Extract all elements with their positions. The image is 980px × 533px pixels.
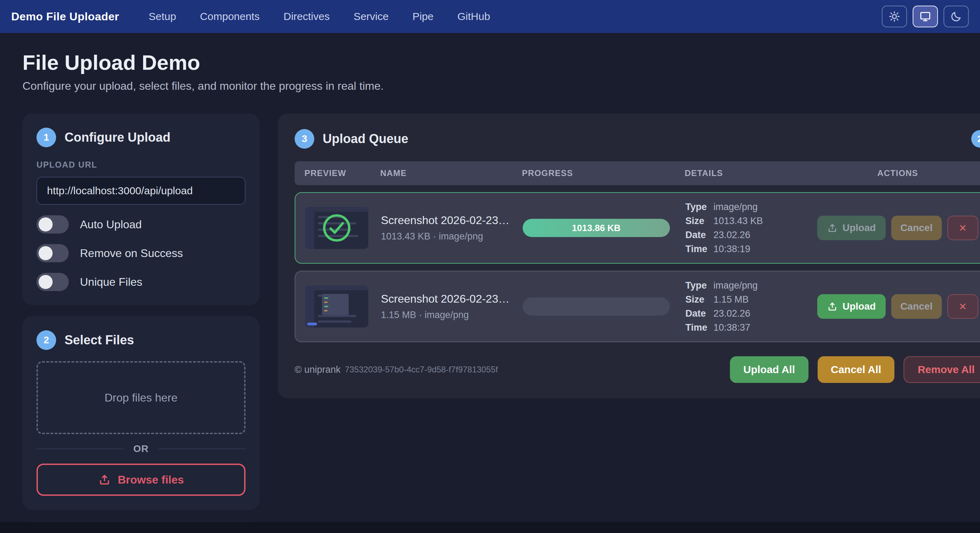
step-1-badge: 1 xyxy=(37,128,56,147)
detail-value-time: 10:38:19 xyxy=(713,242,750,256)
detail-key: Time xyxy=(686,320,713,334)
detail-value-date: 23.02.26 xyxy=(713,228,750,242)
file-name: Screenshot 2026-02-23 at 1… xyxy=(381,214,511,227)
left-column: 1 Configure Upload Upload URL Auto Uploa… xyxy=(22,114,259,522)
remove-on-success-toggle[interactable] xyxy=(37,244,69,262)
browse-files-label: Browse files xyxy=(118,473,184,486)
upload-tray-icon xyxy=(98,473,111,486)
x-icon: ✕ xyxy=(959,301,967,312)
app-brand: Demo File Uploader xyxy=(11,10,119,23)
file-preview-thumbnail xyxy=(305,207,368,249)
bottom-strip xyxy=(0,522,980,533)
auto-upload-toggle[interactable] xyxy=(37,215,69,234)
page-subtitle: Configure your upload, select files, and… xyxy=(22,80,958,92)
detail-key: Date xyxy=(686,228,713,242)
column-header-actions: Actions xyxy=(816,168,979,178)
unique-files-label: Unique Files xyxy=(80,275,142,289)
unique-files-toggle[interactable] xyxy=(37,273,69,291)
file-row: Screenshot 2026-02-23 at 1… 1.15 MB · im… xyxy=(294,271,980,342)
file-row: Screenshot 2026-02-23 at 1… 1013.43 KB ·… xyxy=(294,192,980,264)
file-preview-thumbnail xyxy=(305,285,368,328)
progress-label: 1013.86 KB xyxy=(572,223,621,234)
separator-line xyxy=(159,449,245,449)
copyright-text: © uniprank xyxy=(294,364,340,375)
nav-item-github[interactable]: GitHub xyxy=(457,11,490,22)
configure-upload-title: Configure Upload xyxy=(65,130,170,145)
file-name: Screenshot 2026-02-23 at 1… xyxy=(381,293,511,305)
upload-tray-icon xyxy=(827,223,838,233)
file-dropzone[interactable]: Drop files here xyxy=(37,361,245,434)
upload-all-button[interactable]: Upload All xyxy=(730,356,808,383)
nav-item-directives[interactable]: Directives xyxy=(283,11,330,22)
dropzone-text: Drop files here xyxy=(105,391,178,404)
cancel-all-button[interactable]: Cancel All xyxy=(818,356,895,383)
browse-files-button[interactable]: Browse files xyxy=(37,464,245,496)
row-cancel-button[interactable]: Cancel xyxy=(891,294,942,319)
file-meta: 1013.43 KB · image/png xyxy=(381,231,511,242)
file-details: Typeimage/png Size1013.43 KB Date23.02.2… xyxy=(686,200,817,256)
monitor-icon xyxy=(919,11,931,22)
theme-switcher xyxy=(882,6,969,27)
upload-url-label: Upload URL xyxy=(37,160,245,170)
column-header-progress: Progress xyxy=(522,168,685,178)
detail-key: Type xyxy=(686,200,713,214)
select-files-title: Select Files xyxy=(65,333,134,347)
toggle-knob xyxy=(38,275,52,289)
theme-dark-button[interactable] xyxy=(943,6,969,27)
toggle-knob xyxy=(38,217,52,231)
remove-on-success-label: Remove on Success xyxy=(80,247,183,260)
select-files-card: 2 Select Files Drop files here OR xyxy=(22,316,259,510)
row-remove-button[interactable]: ✕ xyxy=(947,294,978,319)
column-header-preview: Preview xyxy=(304,168,380,178)
progress-bar: 1013.86 KB xyxy=(523,219,670,237)
top-nav-bar: Demo File Uploader Setup Components Dire… xyxy=(0,0,980,33)
theme-light-button[interactable] xyxy=(882,6,907,27)
auto-upload-label: Auto Upload xyxy=(80,218,142,231)
queue-table-header: Preview Name Progress Details Actions xyxy=(294,161,980,185)
step-3-badge: 3 xyxy=(294,129,314,149)
row-cancel-button[interactable]: Cancel xyxy=(891,216,942,240)
nav-item-service[interactable]: Service xyxy=(353,11,389,22)
theme-system-button[interactable] xyxy=(913,6,938,27)
moon-icon xyxy=(950,11,962,22)
file-meta: 1.15 MB · image/png xyxy=(381,310,511,320)
row-upload-label: Upload xyxy=(843,222,876,234)
thumbnail-blue-chip xyxy=(307,323,317,325)
file-details: Typeimage/png Size1.15 MB Date23.02.26 T… xyxy=(686,278,817,334)
detail-value-size: 1013.43 KB xyxy=(713,214,763,228)
row-upload-label: Upload xyxy=(843,301,876,312)
progress-fill: 1013.86 KB xyxy=(523,219,670,237)
detail-value-date: 23.02.26 xyxy=(713,307,750,320)
detail-key: Date xyxy=(686,307,713,320)
configure-upload-card: 1 Configure Upload Upload URL Auto Uploa… xyxy=(22,114,259,305)
x-icon: ✕ xyxy=(959,222,967,234)
separator-line xyxy=(37,449,124,449)
detail-key: Type xyxy=(686,278,713,293)
nav-item-pipe[interactable]: Pipe xyxy=(412,11,434,22)
row-remove-button[interactable]: ✕ xyxy=(947,216,978,240)
row-upload-button[interactable]: Upload xyxy=(817,216,886,240)
upload-queue-title: Upload Queue xyxy=(323,132,408,146)
upload-tray-icon xyxy=(827,301,838,312)
column-header-details: Details xyxy=(685,168,816,178)
step-2-badge: 2 xyxy=(37,330,56,350)
detail-value-size: 1.15 MB xyxy=(713,293,749,307)
session-uuid: 73532039-57b0-4cc7-9d58-f7f97813055f xyxy=(345,365,498,374)
progress-bar xyxy=(523,298,670,316)
nav-links: Setup Components Directives Service Pipe… xyxy=(149,11,490,22)
main-content: File Upload Demo Configure your upload, … xyxy=(0,33,980,522)
upload-queue-card: 3 Upload Queue 2 Preview Name Progress D… xyxy=(278,114,980,398)
upload-url-input[interactable] xyxy=(37,177,245,205)
remove-all-button[interactable]: Remove All xyxy=(904,356,980,383)
row-upload-button[interactable]: Upload xyxy=(817,294,886,319)
toggle-knob xyxy=(38,246,52,260)
column-header-name: Name xyxy=(380,168,522,178)
queue-count-badge: 2 xyxy=(971,130,980,148)
page-title: File Upload Demo xyxy=(22,51,958,75)
detail-key: Size xyxy=(686,214,713,228)
detail-key: Time xyxy=(686,242,713,256)
detail-key: Size xyxy=(686,293,713,307)
nav-item-components[interactable]: Components xyxy=(200,11,259,22)
success-check-icon xyxy=(321,212,353,244)
nav-item-setup[interactable]: Setup xyxy=(149,11,176,22)
